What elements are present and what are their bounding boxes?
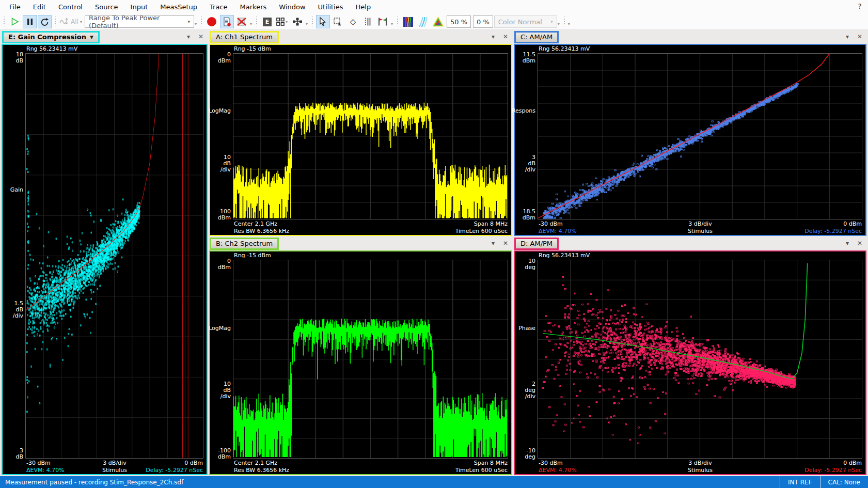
- y-axis-scale-label: 10 dB /div: [220, 154, 231, 173]
- panel-ch1-spectrum: A: Ch1 Spectrum ▾ ✕ Rng -15 dBm 0 dBm Lo…: [209, 31, 512, 236]
- panel-gain-compression: E: Gain Compression ▼ ▾ ✕ Rng 56.23413 m…: [2, 31, 208, 475]
- x-scale-percent-field[interactable]: 50 %: [447, 15, 471, 28]
- toolbar-separator: [54, 17, 56, 27]
- panel-minimize-button[interactable]: ▾: [187, 34, 190, 40]
- marker-tool-button[interactable]: ◇: [346, 15, 360, 28]
- y-axis-bottom-label: 3 dB: [15, 448, 23, 460]
- block-diagram-button[interactable]: [291, 15, 305, 28]
- center-freq-label: Center 2.1 GHz: [234, 460, 371, 466]
- auto-range-button[interactable]: All ▾: [59, 15, 84, 28]
- panel-close-button[interactable]: ✕: [857, 34, 862, 40]
- menu-item-markers[interactable]: Markers: [234, 1, 273, 13]
- toolbar-separator: [200, 17, 202, 27]
- y-axis: 11.5 dBm Respons 3 dB /div -18.5 dBm: [515, 53, 537, 219]
- overflow-icon[interactable]: ▾: [306, 22, 308, 26]
- menu-item-meassetup[interactable]: MeasSetup: [154, 1, 203, 13]
- overflow-icon[interactable]: ▾: [568, 22, 570, 26]
- panel-close-button[interactable]: ✕: [503, 240, 508, 246]
- toolbar: All ▾ Range To Peak Power (Default) ▾ ▾ …: [0, 14, 868, 30]
- pause-button[interactable]: [23, 15, 37, 28]
- menu-item-utilities[interactable]: Utilities: [312, 1, 350, 13]
- am-am-trace: [538, 54, 862, 219]
- chart-area: Rng 56.23413 mV 10 deg Phase 2 deg /div …: [514, 250, 866, 475]
- window-layout-button[interactable]: ▾: [275, 15, 290, 28]
- menu-item-control[interactable]: Control: [52, 1, 89, 13]
- panel-minimize-button[interactable]: ▾: [846, 34, 849, 40]
- recording-playback-button[interactable]: [220, 15, 234, 28]
- menu-item-input[interactable]: Input: [124, 1, 154, 13]
- menu-item-file[interactable]: File: [3, 1, 27, 13]
- x-axis-name: Stimulus: [688, 467, 713, 474]
- y-scale-percent-value: 0 %: [477, 18, 490, 26]
- y-axis-format-label: Gain: [10, 187, 23, 193]
- y-axis-top-label: 0 dBm: [218, 52, 231, 64]
- span-label: Span 8 MHz: [371, 221, 508, 227]
- menu-item-trace[interactable]: Trace: [203, 1, 234, 13]
- menu-items: FileEditControlSourceInputMeasSetupTrace…: [3, 1, 377, 13]
- menu-item-source[interactable]: Source: [89, 1, 124, 13]
- band-markers-button[interactable]: [376, 15, 390, 28]
- range-readout: Rng 56.23413 mV: [539, 45, 590, 52]
- offset-markers-button[interactable]: [361, 15, 375, 28]
- y-axis-bottom-label: -18.5 dBm: [521, 209, 535, 221]
- evm-readout: ΔEVM: 4.70%: [26, 467, 102, 474]
- x-scale-percent-value: 50 %: [450, 18, 467, 26]
- x-axis-name: Stimulus: [688, 228, 713, 234]
- color-mode-dropdown[interactable]: Color Normal ▾: [494, 15, 557, 28]
- tab-ch2-spectrum[interactable]: B: Ch2 Spectrum: [210, 238, 279, 250]
- tab-am-am[interactable]: C: AM/AM: [514, 31, 559, 43]
- overflow-icon[interactable]: ▾: [195, 22, 197, 26]
- panel-close-button[interactable]: ✕: [198, 34, 203, 40]
- y-axis-top-label: 18 dB: [15, 52, 23, 64]
- x-axis-left-label: -30 dBm: [539, 221, 688, 227]
- panel-minimize-button[interactable]: ▾: [492, 240, 495, 246]
- help-icon[interactable]: ?: [858, 2, 862, 10]
- plot-am-am[interactable]: [538, 53, 862, 219]
- range-mode-dropdown[interactable]: Range To Peak Power (Default) ▾: [85, 15, 194, 28]
- panel-title-bar: A: Ch1 Spectrum ▾ ✕: [209, 31, 512, 44]
- panel-am-am: C: AM/AM ▾ ✕ Rng 56.23413 mV 11.5 dBm Re…: [514, 31, 866, 236]
- menu-item-window[interactable]: Window: [273, 1, 311, 13]
- chevron-down-icon[interactable]: ▼: [90, 35, 93, 40]
- chart-area: Rng 56.23413 mV 11.5 dBm Respons 3 dB /d…: [514, 44, 866, 236]
- spectrogram-button[interactable]: [401, 15, 415, 28]
- x-axis-right-label: 0 dBm: [127, 460, 203, 466]
- overflow-icon[interactable]: ▾: [558, 22, 560, 26]
- record-button[interactable]: [205, 15, 219, 28]
- tab-gain-compression[interactable]: E: Gain Compression ▼: [2, 31, 100, 43]
- menu-item-edit[interactable]: Edit: [27, 1, 52, 13]
- restart-button[interactable]: [38, 15, 52, 28]
- waterfall-button[interactable]: [416, 15, 430, 28]
- stop-recording-button[interactable]: [235, 15, 249, 28]
- y-axis-bottom-label: -100 dBm: [218, 209, 231, 221]
- y-axis: 0 dBm LogMag 10 dB /div -100 dBm: [210, 260, 232, 459]
- equalizer-button[interactable]: E: [260, 15, 274, 28]
- panel-close-button[interactable]: ✕: [503, 34, 508, 40]
- x-axis-scale-label: 3 dB/div: [103, 460, 126, 466]
- toolbar-separator: [311, 17, 313, 27]
- panel-close-button[interactable]: ✕: [857, 240, 862, 246]
- tab-am-pm[interactable]: D: AM/PM: [514, 238, 559, 250]
- overflow-icon[interactable]: ▾: [391, 22, 393, 26]
- panel-title: D: AM/PM: [520, 240, 553, 247]
- plot-ch1-spectrum[interactable]: [233, 53, 508, 219]
- grid-layout-icon: [276, 17, 285, 26]
- x-axis-right-label: 0 dBm: [712, 460, 862, 466]
- prism-display-button[interactable]: [431, 15, 445, 28]
- panel-minimize-button[interactable]: ▾: [846, 240, 849, 246]
- zoom-select-button[interactable]: [331, 15, 345, 28]
- select-tool-button[interactable]: [316, 15, 330, 28]
- color-mode-value: Color Normal: [498, 18, 542, 26]
- plot-ch2-spectrum[interactable]: [233, 260, 508, 459]
- y-scale-percent-field[interactable]: 0 %: [473, 15, 493, 28]
- plot-gain-compression[interactable]: [25, 53, 203, 459]
- play-button[interactable]: [8, 15, 22, 28]
- plot-am-pm[interactable]: [538, 260, 862, 459]
- tab-ch1-spectrum[interactable]: A: Ch1 Spectrum: [210, 31, 279, 43]
- y-axis-top-label: 10 deg: [525, 258, 535, 271]
- panel-title-bar: E: Gain Compression ▼ ▾ ✕: [2, 31, 208, 44]
- overflow-icon[interactable]: ▾: [250, 22, 252, 26]
- menu-item-help[interactable]: Help: [350, 1, 377, 13]
- toolbar-separator: [3, 17, 5, 27]
- panel-minimize-button[interactable]: ▾: [492, 34, 495, 40]
